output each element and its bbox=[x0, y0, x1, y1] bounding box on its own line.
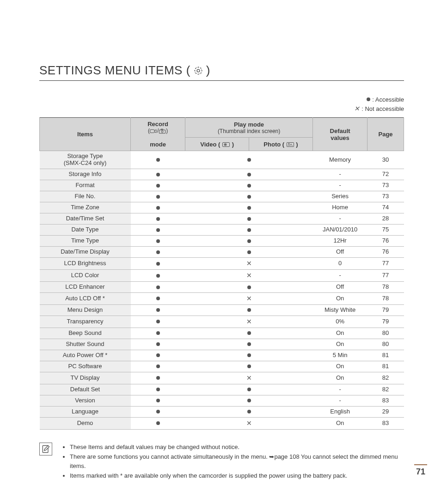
cell-page: 73 bbox=[368, 180, 404, 191]
cell-item: Auto Power Off * bbox=[40, 350, 131, 361]
legend-accessible: : Accessible bbox=[372, 95, 404, 104]
cell-item: LCD Enhancer bbox=[40, 281, 131, 292]
cell-play bbox=[185, 406, 313, 417]
cell-default: On bbox=[312, 328, 367, 339]
th-page: Page bbox=[368, 118, 404, 151]
cell-item: Time Type bbox=[40, 236, 131, 247]
table-row: File No.Series73 bbox=[40, 191, 404, 202]
cell-record bbox=[131, 384, 185, 395]
svg-point-4 bbox=[161, 131, 163, 133]
cell-default: Series bbox=[312, 191, 367, 202]
dot-icon bbox=[247, 308, 251, 312]
title-close: ) bbox=[206, 63, 210, 78]
table-row: Storage Info-72 bbox=[40, 169, 404, 180]
cell-record bbox=[131, 417, 185, 429]
cell-default: 0% bbox=[312, 316, 367, 328]
cell-item: Beep Sound bbox=[40, 328, 131, 339]
dot-icon bbox=[247, 285, 251, 289]
dot-icon bbox=[156, 308, 160, 312]
dot-icon bbox=[247, 173, 251, 176]
th-video: Video ( ) bbox=[185, 138, 249, 151]
dot-icon bbox=[247, 410, 251, 413]
svg-rect-2 bbox=[150, 130, 154, 133]
cell-default: On bbox=[312, 417, 367, 429]
cross-icon: ✕ bbox=[246, 318, 252, 325]
cell-default: 12Hr bbox=[312, 236, 367, 247]
cell-record bbox=[131, 328, 185, 339]
cell-play bbox=[185, 395, 313, 406]
dot-icon bbox=[247, 184, 251, 188]
cell-page: 73 bbox=[368, 191, 404, 202]
svg-rect-5 bbox=[161, 129, 163, 130]
table-row: LanguageEnglish29 bbox=[40, 406, 404, 417]
page-number: 71 bbox=[414, 464, 427, 477]
cell-play bbox=[185, 180, 313, 191]
cell-page: 76 bbox=[368, 247, 404, 258]
dot-icon bbox=[156, 173, 160, 176]
cross-icon: ✕ bbox=[354, 104, 360, 114]
cell-item: PC Software bbox=[40, 361, 131, 372]
cross-icon: ✕ bbox=[246, 295, 252, 302]
cell-record bbox=[131, 304, 185, 316]
cell-item: Storage Type(SMX-C24 only) bbox=[40, 151, 131, 169]
table-row: Auto LCD Off *✕On78 bbox=[40, 292, 404, 304]
cell-item: Shutter Sound bbox=[40, 339, 131, 350]
cell-record bbox=[131, 169, 185, 180]
dot-icon bbox=[156, 320, 160, 323]
dot-icon bbox=[247, 364, 251, 368]
dot-icon bbox=[247, 399, 251, 402]
cell-default: 0 bbox=[312, 258, 367, 270]
dot-icon bbox=[156, 297, 160, 300]
cell-record bbox=[131, 180, 185, 191]
table-row: Shutter SoundOn80 bbox=[40, 339, 404, 350]
cross-icon: ✕ bbox=[246, 374, 252, 382]
page-title: SETTINGS MENU ITEMS ( ) bbox=[39, 63, 404, 81]
cell-play bbox=[185, 247, 313, 258]
dot-icon bbox=[247, 206, 251, 210]
cell-play: ✕ bbox=[185, 258, 313, 270]
cell-record bbox=[131, 213, 185, 225]
dot-icon bbox=[247, 239, 251, 243]
cell-record bbox=[131, 350, 185, 361]
note-item: Items marked with * are available only w… bbox=[70, 471, 404, 480]
cell-default: - bbox=[312, 213, 367, 225]
cross-icon: ✕ bbox=[246, 272, 252, 279]
cell-record bbox=[131, 269, 185, 281]
svg-rect-8 bbox=[287, 143, 294, 147]
cell-item: Language bbox=[40, 406, 131, 417]
cell-default: - bbox=[312, 269, 367, 281]
dot-icon bbox=[247, 195, 251, 199]
dot-icon bbox=[156, 206, 160, 210]
table-row: Date TypeJAN/01/201075 bbox=[40, 225, 404, 236]
cell-item: Version bbox=[40, 395, 131, 406]
cell-play bbox=[185, 281, 313, 292]
dot-icon bbox=[247, 331, 251, 335]
cell-record bbox=[131, 202, 185, 213]
cell-play bbox=[185, 169, 313, 180]
dot-icon bbox=[156, 262, 160, 266]
dot-icon bbox=[156, 184, 160, 188]
cell-page: 81 bbox=[368, 350, 404, 361]
cell-default: Off bbox=[312, 281, 367, 292]
table-row: Date/Time DisplayOff76 bbox=[40, 247, 404, 258]
table-row: Time ZoneHome74 bbox=[40, 202, 404, 213]
table-row: Transparency✕0%79 bbox=[40, 316, 404, 328]
cell-item: Demo bbox=[40, 417, 131, 429]
cell-page: 83 bbox=[368, 395, 404, 406]
cell-item: Date Type bbox=[40, 225, 131, 236]
cell-record bbox=[131, 191, 185, 202]
cell-record bbox=[131, 406, 185, 417]
cell-page: 79 bbox=[368, 316, 404, 328]
cell-item: Format bbox=[40, 180, 131, 191]
cell-item: Transparency bbox=[40, 316, 131, 328]
table-row: Menu DesignMisty White79 bbox=[40, 304, 404, 316]
svg-point-0 bbox=[197, 69, 200, 72]
cell-play: ✕ bbox=[185, 417, 313, 429]
cell-play bbox=[185, 350, 313, 361]
th-record: Record (/) mode bbox=[131, 118, 185, 151]
cell-page: 30 bbox=[368, 151, 404, 169]
cell-play bbox=[185, 202, 313, 213]
cell-default: Home bbox=[312, 202, 367, 213]
cell-page: 72 bbox=[368, 169, 404, 180]
cell-play bbox=[185, 191, 313, 202]
